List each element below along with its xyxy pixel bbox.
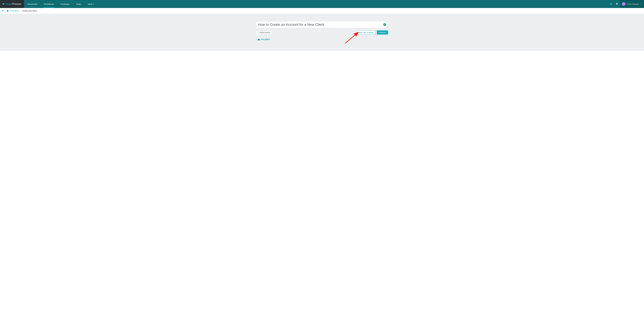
brand-text-process: Process: [12, 2, 22, 6]
add-to-teams-button[interactable]: › Add to teams: [256, 30, 272, 34]
breadcrumb-separator: ›: [5, 10, 6, 12]
avatar: CO: [622, 2, 626, 6]
document-icon: [7, 10, 9, 12]
main-area: › Add to teams Write with SweetAI Contin…: [0, 14, 644, 51]
folders-label: FOLDERS: [261, 38, 270, 40]
brand-text-sweet: Sweet: [6, 2, 12, 6]
nav-items: Documents Procedures Processes Tasks Mor…: [24, 0, 97, 8]
notifications-button[interactable]: [614, 0, 620, 8]
breadcrumb-separator: ›: [20, 10, 21, 12]
breadcrumb-doc-icon-wrap[interactable]: [7, 10, 9, 12]
nav-procedures[interactable]: Procedures: [40, 0, 57, 8]
user-menu[interactable]: CO Chris Odogwu ▾: [620, 0, 644, 8]
nav-more-label: More: [88, 3, 92, 5]
grammarly-badge[interactable]: [383, 23, 386, 26]
svg-point-2: [3, 3, 4, 4]
breadcrumb-home[interactable]: [2, 10, 4, 12]
continue-button[interactable]: Continue: [377, 30, 388, 34]
title-input-wrap: [256, 21, 388, 28]
write-with-sweetai-label: Write with SweetAI: [358, 32, 374, 33]
avatar-initials: CO: [622, 3, 625, 5]
chevron-right-icon: ›: [256, 38, 257, 40]
nav-more[interactable]: More ▾: [84, 0, 97, 8]
chevron-down-icon: ▾: [93, 3, 94, 5]
nav-procedures-label: Procedures: [44, 3, 54, 5]
user-name: Chris Odogwu: [627, 3, 639, 5]
write-with-sweetai-button[interactable]: Write with SweetAI: [356, 30, 375, 34]
svg-line-4: [612, 4, 612, 5]
folder-icon: [258, 39, 260, 40]
breadcrumb-current: Create procedure: [22, 10, 37, 12]
nav-processes-label: Processes: [60, 3, 70, 5]
continue-label: Continue: [379, 32, 386, 33]
chevron-down-icon: ▾: [641, 3, 642, 5]
chevron-right-icon: ›: [258, 32, 258, 33]
nav-tasks-label: Tasks: [76, 3, 81, 5]
bell-icon: [616, 3, 618, 5]
nav-documents[interactable]: Documents: [24, 0, 40, 8]
nav-tasks[interactable]: Tasks: [73, 0, 84, 8]
folders-toggle[interactable]: › FOLDERS: [256, 38, 270, 40]
search-icon: [610, 3, 612, 5]
add-to-teams-label: Add to teams: [260, 32, 270, 33]
top-nav: SweetProcess Documents Procedures Proces…: [0, 0, 644, 8]
grammarly-icon: [384, 24, 386, 26]
topnav-right: CO Chris Odogwu ▾: [608, 0, 644, 8]
nav-documents-label: Documents: [28, 3, 37, 5]
brand-cup-icon: [2, 2, 5, 6]
brand-logo[interactable]: SweetProcess: [0, 0, 24, 8]
breadcrumb: › Procedures › Create procedure: [0, 8, 644, 14]
nav-processes[interactable]: Processes: [57, 0, 73, 8]
action-row: › Add to teams Write with SweetAI Contin…: [256, 30, 388, 34]
breadcrumb-procedures-link[interactable]: Procedures: [10, 10, 19, 12]
procedure-title-input[interactable]: [256, 21, 388, 28]
home-icon: [2, 10, 4, 12]
svg-point-3: [610, 3, 612, 4]
search-button[interactable]: [608, 0, 614, 8]
